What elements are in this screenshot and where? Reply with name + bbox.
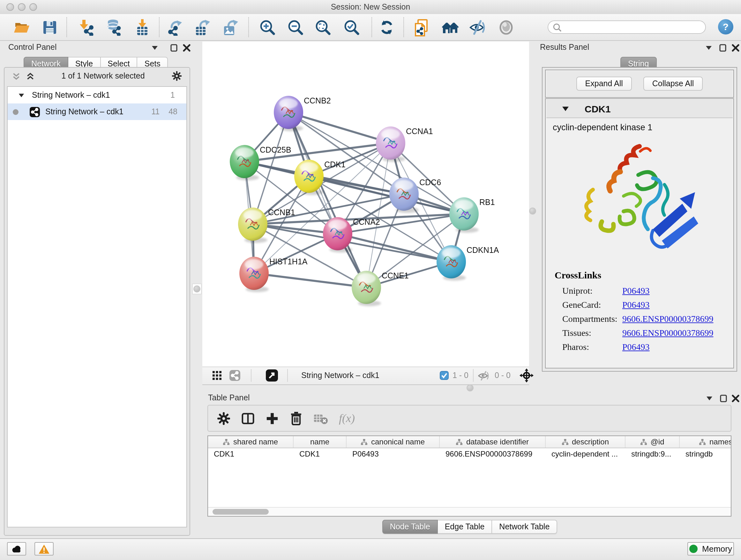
collapse-all-chevron-icon[interactable] [12, 72, 20, 80]
close-panel-icon[interactable] [731, 44, 740, 52]
export-image-button[interactable] [221, 18, 241, 37]
column-header-canonical-name[interactable]: canonical name [347, 436, 440, 448]
show-all-button[interactable] [496, 18, 516, 37]
save-session-button[interactable] [40, 18, 59, 37]
column-header-name[interactable]: name [293, 436, 347, 448]
network-edge[interactable] [254, 273, 366, 287]
undock-panel-icon[interactable] [719, 395, 728, 402]
zoom-fit-button[interactable] [313, 18, 333, 37]
crosslink-link[interactable]: P06493 [622, 342, 650, 353]
zoom-selected-button[interactable] [342, 18, 361, 37]
table-cell[interactable]: CDK1 [208, 448, 293, 460]
export-network-button[interactable] [166, 18, 185, 37]
network-canvas[interactable]: CCNB2CCNA1CDC25BCDK1CDC6RB1CCNB1CCNA2CDK… [202, 42, 529, 367]
hidden-eye-icon[interactable] [478, 371, 490, 381]
network-node-CCNB2[interactable]: CCNB2 [274, 96, 331, 131]
zoom-in-button[interactable] [258, 18, 277, 37]
column-header-namespace[interactable]: namespace [680, 436, 731, 448]
toolbar-separator [403, 17, 404, 37]
create-column-plus-icon[interactable] [266, 412, 279, 425]
table-settings-gear-icon[interactable] [217, 412, 230, 425]
show-columns-icon[interactable] [241, 412, 255, 425]
scrollbar-thumb[interactable] [212, 509, 269, 515]
column-header--id[interactable]: @id [625, 436, 680, 448]
crosslink-link[interactable]: P06493 [622, 300, 650, 310]
network-collection-row[interactable]: String Network – cdk1 1 [8, 87, 186, 104]
selected-checkbox-icon[interactable] [440, 371, 449, 380]
column-header-database-identifier[interactable]: database identifier [440, 436, 546, 448]
memory-button[interactable]: Memory [687, 542, 734, 556]
table-cell[interactable]: P06493 [347, 448, 440, 460]
help-button[interactable]: ? [718, 19, 733, 35]
import-network-from-database-button[interactable] [104, 18, 123, 37]
cloud-status-button[interactable] [7, 542, 26, 556]
table-cell[interactable]: stringdb:9... [625, 448, 680, 460]
tab-network-table[interactable]: Network Table [492, 520, 557, 534]
apply-preferred-layout-button[interactable] [377, 18, 396, 37]
crosslink-link[interactable]: 9606.ENSP00000378699 [622, 328, 713, 338]
crosslink-link[interactable]: P06493 [622, 286, 650, 296]
toolbar-separator [159, 17, 159, 37]
tree-expanded-caret-icon[interactable] [18, 91, 25, 99]
hide-selected-button[interactable] [468, 18, 488, 37]
expand-all-button[interactable]: Expand All [576, 77, 632, 91]
network-node-CDKN1A[interactable]: CDKN1A [436, 245, 499, 281]
memory-label: Memory [702, 544, 732, 554]
tab-edge-table[interactable]: Edge Table [438, 520, 492, 534]
network-row[interactable]: String Network – cdk1 11 48 [8, 104, 186, 120]
float-panel-icon[interactable] [704, 44, 713, 52]
collapse-all-button[interactable]: Collapse All [643, 77, 703, 91]
undock-panel-icon[interactable] [719, 44, 727, 52]
close-panel-icon[interactable] [731, 395, 740, 402]
network-node-CDC6[interactable]: CDC6 [389, 178, 441, 213]
network-options-gear-icon[interactable] [172, 71, 182, 81]
network-node-RB1[interactable]: RB1 [449, 197, 495, 233]
warning-triangle-icon [38, 544, 50, 554]
table-row[interactable]: CDK1CDK1P064939606.ENSP00000378699cyclin… [208, 448, 731, 460]
float-panel-icon[interactable] [705, 395, 714, 402]
search-input[interactable] [565, 22, 701, 34]
undock-panel-icon[interactable] [170, 44, 178, 52]
open-in-new-window-icon[interactable] [266, 369, 278, 382]
fit-selection-crosshair-icon[interactable] [520, 368, 534, 382]
close-panel-icon[interactable] [183, 44, 191, 52]
control-panel: Control Panel Network Style Select Sets … [0, 40, 199, 539]
grid-view-icon[interactable] [212, 371, 221, 380]
column-header-description[interactable]: description [546, 436, 625, 448]
import-network-from-file-button[interactable] [77, 18, 96, 37]
network-node-CDC25B[interactable]: CDC25B [230, 145, 291, 180]
table-cell[interactable]: 9606.ENSP00000378699 [440, 448, 546, 460]
warning-button[interactable] [35, 542, 54, 556]
search-field[interactable] [548, 20, 706, 34]
horizontal-scrollbar[interactable] [208, 507, 731, 516]
import-table-from-file-button[interactable] [133, 18, 152, 37]
crosslink-label: Tissues: [562, 328, 622, 338]
new-network-document-icon [414, 19, 429, 36]
network-node-CCNE1[interactable]: CCNE1 [352, 271, 409, 306]
table-cell[interactable]: stringdb [680, 448, 731, 460]
expand-all-chevron-icon[interactable] [26, 72, 35, 80]
left-splitter-handle[interactable] [192, 284, 202, 294]
first-neighbors-button[interactable] [441, 18, 460, 37]
title-bar: Session: New Session [0, 0, 741, 15]
cdk1-section-header[interactable]: CDK1 [546, 100, 733, 118]
link-view-icon[interactable] [229, 370, 241, 381]
column-header-shared-name[interactable]: shared name [208, 436, 293, 448]
open-session-button[interactable] [12, 18, 31, 37]
tab-node-table[interactable]: Node Table [382, 520, 438, 534]
float-panel-icon[interactable] [151, 44, 159, 52]
function-builder-button[interactable]: f(x) [339, 412, 355, 425]
network-node-HIST1H1A[interactable]: HIST1H1A [239, 257, 308, 292]
delete-table-icon[interactable] [313, 412, 328, 424]
export-table-button[interactable] [193, 18, 212, 37]
crosslink-link[interactable]: 9606.ENSP00000378699 [622, 314, 713, 324]
network-collection-box: 1 of 1 Network selected String Network – [4, 67, 190, 536]
table-cell[interactable]: cyclin-dependent ... [546, 448, 625, 460]
new-network-from-selection-button[interactable] [412, 18, 431, 37]
section-expanded-caret-icon[interactable] [562, 105, 569, 112]
table-cell[interactable]: CDK1 [293, 448, 347, 460]
delete-column-trash-icon[interactable] [290, 411, 302, 425]
bottom-splitter-handle[interactable] [467, 384, 474, 391]
zoom-out-button[interactable] [286, 18, 305, 37]
network-edge[interactable] [288, 112, 391, 143]
